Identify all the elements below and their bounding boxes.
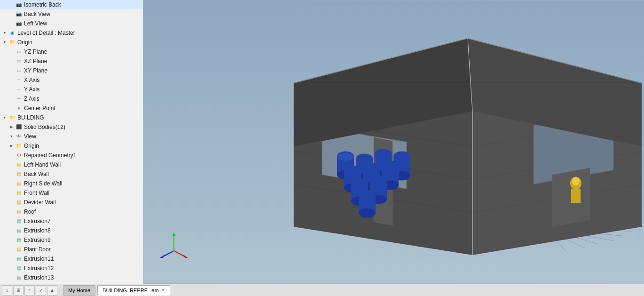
tree-label-plant-door: Plant Door xyxy=(24,245,51,254)
expand-arrow-isometric-back[interactable] xyxy=(8,2,14,8)
expand-arrow-x-axis[interactable] xyxy=(8,77,14,83)
tree-item-extrusion14[interactable]: ▤Extrusion14 xyxy=(0,282,143,284)
expand-arrow-xy-plane[interactable] xyxy=(8,68,14,73)
expand-arrow-extrusion7[interactable] xyxy=(8,218,14,224)
expand-arrow-center-point[interactable] xyxy=(8,105,14,111)
tree-item-isometric-back[interactable]: 📷Isometric Back xyxy=(0,0,143,9)
tree-item-right-side-wall[interactable]: ▤Right Side Wall xyxy=(0,179,143,188)
tree-item-extrusion7[interactable]: ▤Extrusion7 xyxy=(0,216,143,226)
tree-item-front-wall[interactable]: ▤Front Wall xyxy=(0,188,143,198)
tree-item-building[interactable]: ▼📁BUILDING xyxy=(0,113,143,122)
expand-arrow-back-wall[interactable] xyxy=(8,171,14,177)
tree-label-extrusion9: Extrusion9 xyxy=(24,236,51,244)
expand-arrow-origin-inner[interactable]: ▶ xyxy=(8,143,14,149)
tree-label-x-axis: X Axis xyxy=(24,76,39,84)
expand-arrow-left-hand-wall[interactable] xyxy=(8,162,14,168)
wall-icon-roof: ▤ xyxy=(15,208,23,216)
extrude-icon-extrusion13: ▤ xyxy=(15,274,23,281)
tree-item-left-hand-wall[interactable]: ▤Left Hand Wall xyxy=(0,160,143,169)
svg-point-81 xyxy=(173,249,175,252)
expand-arrow-extrusion9[interactable] xyxy=(8,237,14,243)
tree-label-lod-master: Level of Detail : Master xyxy=(17,29,75,37)
axis-indicator xyxy=(157,225,190,258)
tree-label-xy-plane: XY Plane xyxy=(24,66,47,75)
tab-building-repre[interactable]: BUILDING_REPRE .iam ✕ xyxy=(97,285,170,296)
expand-arrow-front-wall[interactable] xyxy=(8,190,14,196)
tree-item-solid-bodies[interactable]: ▶⬛Solid Bodies(12) xyxy=(0,122,143,132)
grid-icon[interactable]: ⌂ xyxy=(2,285,12,296)
tree-label-building: BUILDING xyxy=(17,113,44,122)
tree-item-repaired-geo[interactable]: ⚙Repaired Geometry1 xyxy=(0,151,143,160)
expand-arrow-back-view[interactable] xyxy=(8,11,14,17)
expand-arrow-y-axis[interactable] xyxy=(8,87,14,92)
tree-label-extrusion12: Extrusion12 xyxy=(24,264,54,272)
bottom-bar: ⌂ ⊞ ≡ ⤢ ▲ My Home BUILDING_REPRE .iam ✕ xyxy=(0,284,644,296)
tree-item-origin-inner[interactable]: ▶📁Origin xyxy=(0,141,143,151)
expand-arrow-roof[interactable] xyxy=(8,209,14,215)
expand-arrow-building[interactable]: ▼ xyxy=(2,115,8,120)
expand-arrow-extrusion12[interactable] xyxy=(8,265,14,271)
tree-item-plant-door[interactable]: ▤Plant Door xyxy=(0,245,143,254)
tree-item-devider-wall[interactable]: ▤Devider Wall xyxy=(0,198,143,207)
expand-icon[interactable]: ⤢ xyxy=(36,285,46,296)
tree-item-back-wall[interactable]: ▤Back Wall xyxy=(0,169,143,179)
expand-arrow-devider-wall[interactable] xyxy=(8,200,14,205)
expand-arrow-left-view[interactable] xyxy=(8,21,14,26)
tree-item-lod-master[interactable]: ▼◉Level of Detail : Master xyxy=(0,28,143,38)
tree-item-extrusion13[interactable]: ▤Extrusion13 xyxy=(0,273,143,282)
camera-icon-isometric-back: 📷 xyxy=(15,1,23,8)
wall-icon-back-wall: ▤ xyxy=(15,170,23,178)
tree-label-yz-plane: YZ Plane xyxy=(24,48,47,56)
expand-arrow-extrusion13[interactable] xyxy=(8,275,14,280)
plane-icon-xz-plane: ▭ xyxy=(15,57,23,65)
tiles-icon[interactable]: ⊞ xyxy=(13,285,24,296)
expand-arrow-extrusion11[interactable] xyxy=(8,256,14,262)
tree-label-extrusion11: Extrusion11 xyxy=(24,255,54,263)
tree-item-xy-plane[interactable]: ▭XY Plane xyxy=(0,66,143,75)
tab-my-home[interactable]: My Home xyxy=(63,285,95,296)
tree-item-view[interactable]: ▼👁View: xyxy=(0,132,143,141)
tree-item-x-axis[interactable]: ─X Axis xyxy=(0,75,143,85)
extrude-icon-extrusion8: ▤ xyxy=(15,227,23,234)
expand-arrow-xz-plane[interactable] xyxy=(8,58,14,64)
tree-item-xz-plane[interactable]: ▭XZ Plane xyxy=(0,56,143,66)
tree-item-yz-plane[interactable]: ▭YZ Plane xyxy=(0,47,143,56)
view-icon-view: 👁 xyxy=(15,133,23,140)
tree-item-extrusion12[interactable]: ▤Extrusion12 xyxy=(0,264,143,273)
wall-icon-right-side-wall: ▤ xyxy=(15,180,23,187)
expand-arrow-solid-bodies[interactable]: ▶ xyxy=(8,124,14,130)
tab-building-label: BUILDING_REPRE .iam xyxy=(102,288,159,293)
tree-label-y-axis: Y Axis xyxy=(24,85,39,94)
tree-item-back-view[interactable]: 📷Back View xyxy=(0,9,143,19)
expand-arrow-repaired-geo[interactable] xyxy=(8,152,14,158)
tree-item-extrusion9[interactable]: ▤Extrusion9 xyxy=(0,235,143,245)
tree-item-y-axis[interactable]: ─Y Axis xyxy=(0,85,143,94)
folder-icon-building: 📁 xyxy=(8,114,16,121)
tree-label-left-hand-wall: Left Hand Wall xyxy=(24,160,61,169)
tree-item-extrusion8[interactable]: ▤Extrusion8 xyxy=(0,226,143,235)
tab-close-icon[interactable]: ✕ xyxy=(161,287,165,293)
tree-label-front-wall: Front Wall xyxy=(24,189,49,197)
tree-item-left-view[interactable]: 📷Left View xyxy=(0,19,143,28)
expand-arrow-lod-master[interactable]: ▼ xyxy=(2,30,8,36)
expand-arrow-plant-door[interactable] xyxy=(8,247,14,252)
svg-point-74 xyxy=(572,177,580,186)
viewport-3d[interactable] xyxy=(143,0,644,284)
expand-arrow-yz-plane[interactable] xyxy=(8,49,14,55)
axis-icon-x-axis: ─ xyxy=(15,76,23,84)
expand-arrow-view[interactable]: ▼ xyxy=(8,134,14,139)
tree-item-roof[interactable]: ▤Roof xyxy=(0,207,143,216)
camera-icon-back-view: 📷 xyxy=(15,10,23,18)
tree-item-z-axis[interactable]: ─Z Axis xyxy=(0,94,143,104)
nav-up-icon[interactable]: ▲ xyxy=(47,285,57,296)
tree-item-extrusion11[interactable]: ▤Extrusion11 xyxy=(0,254,143,264)
expand-arrow-origin-top[interactable]: ▼ xyxy=(2,40,8,45)
tree-item-origin-top[interactable]: ▼📁Origin xyxy=(0,38,143,47)
expand-arrow-right-side-wall[interactable] xyxy=(8,181,14,186)
body-icon-solid-bodies: ⬛ xyxy=(15,123,23,131)
view-icon[interactable]: ≡ xyxy=(24,285,35,296)
expand-arrow-z-axis[interactable] xyxy=(8,96,14,102)
extrude-icon-extrusion7: ▤ xyxy=(15,217,23,225)
tree-item-center-point[interactable]: ●Center Point xyxy=(0,104,143,113)
expand-arrow-extrusion8[interactable] xyxy=(8,228,14,233)
